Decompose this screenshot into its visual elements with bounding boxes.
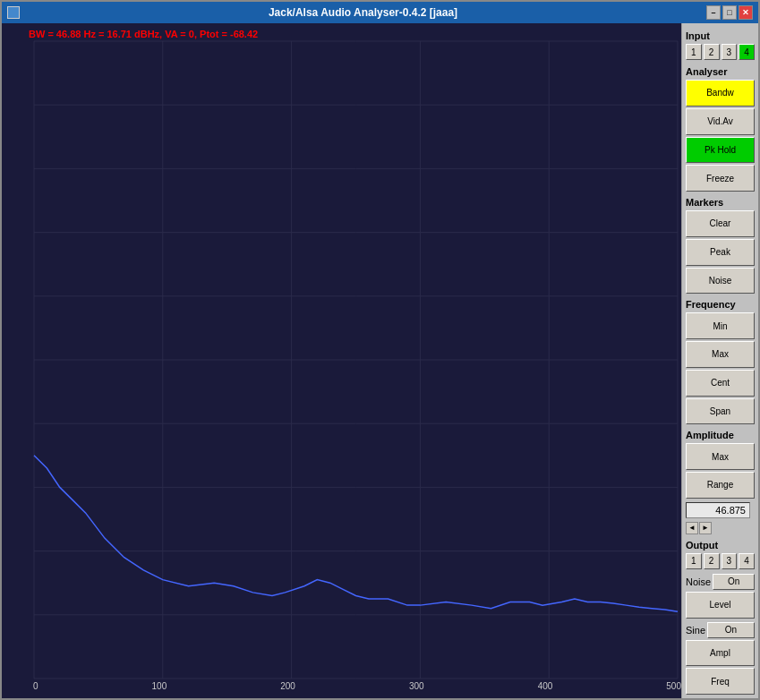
sine-on-button[interactable]: On [707,622,755,638]
sidebar: Input 1 2 3 4 Analyser Bandw Vid.Av Pk H… [681,23,758,698]
input-btn-2[interactable]: 2 [704,44,720,60]
peak-button[interactable]: Peak [686,239,755,266]
freq-min-button[interactable]: Min [686,312,755,339]
sine-label: Sine [686,625,705,636]
main-content: BW = 46.88 Hz = 16.71 dBHz, VA = 0, Ptot… [2,23,758,698]
freeze-button[interactable]: Freeze [686,165,755,192]
input-btn-3[interactable]: 3 [722,44,738,60]
x-label-200: 200 [280,682,295,698]
main-window: Jack/Alsa Audio Analyser-0.4.2 [jaaa] – … [0,0,760,700]
amp-range-button[interactable]: Range [686,472,755,499]
value-display[interactable] [686,502,750,518]
x-label-0: 0 [33,682,38,698]
app-icon [7,6,20,19]
amp-max-button[interactable]: Max [686,443,755,470]
vid-av-button[interactable]: Vid.Av [686,108,755,135]
level-button[interactable]: Level [686,592,755,619]
spectrum-chart [2,23,681,698]
input-buttons: 1 2 3 4 [686,44,755,60]
clear-button[interactable]: Clear [686,210,755,237]
close-button[interactable]: ✕ [739,5,753,20]
chart-area: BW = 46.88 Hz = 16.71 dBHz, VA = 0, Ptot… [2,23,681,698]
chart-info: BW = 46.88 Hz = 16.71 dBHz, VA = 0, Ptot… [29,29,258,39]
x-label-100: 100 [152,682,167,698]
minimize-button[interactable]: – [706,5,721,20]
pk-hold-button[interactable]: Pk Hold [686,137,755,164]
output-buttons: 1 2 3 4 [686,553,755,569]
output-btn-2[interactable]: 2 [704,553,720,569]
x-label-500: 500 [666,682,681,698]
stepper-row: ◄ ► [686,522,755,534]
window-title: Jack/Alsa Audio Analyser-0.4.2 [jaaa] [20,6,706,19]
amplitude-label: Amplitude [686,430,755,440]
noise-label2: Noise [686,576,711,587]
noise-button[interactable]: Noise [686,268,755,295]
markers-label: Markers [686,197,755,208]
x-label-400: 400 [538,682,553,698]
output-label: Output [686,540,755,551]
frequency-label: Frequency [686,299,755,310]
freq-cent-button[interactable]: Cent [686,370,755,397]
freq-max-button[interactable]: Max [686,341,755,368]
input-btn-1[interactable]: 1 [686,44,702,60]
x-label-300: 300 [409,682,424,698]
bandw-button[interactable]: Bandw [686,80,755,107]
freq-button[interactable]: Freq [686,668,755,695]
analyser-label: Analyser [686,66,755,77]
titlebar: Jack/Alsa Audio Analyser-0.4.2 [jaaa] – … [2,2,758,23]
input-btn-4[interactable]: 4 [739,44,755,60]
x-axis: 0 100 200 300 400 500 [33,680,681,698]
ampl-button[interactable]: Ampl [686,640,755,667]
output-btn-3[interactable]: 3 [722,553,738,569]
input-label: Input [686,30,755,41]
noise-on-button[interactable]: On [713,574,755,590]
maximize-button[interactable]: □ [722,5,737,20]
freq-span-button[interactable]: Span [686,398,755,425]
stepper-left-button[interactable]: ◄ [686,522,698,534]
stepper-right-button[interactable]: ► [699,522,712,534]
output-btn-1[interactable]: 1 [686,553,702,569]
output-btn-4[interactable]: 4 [739,553,755,569]
